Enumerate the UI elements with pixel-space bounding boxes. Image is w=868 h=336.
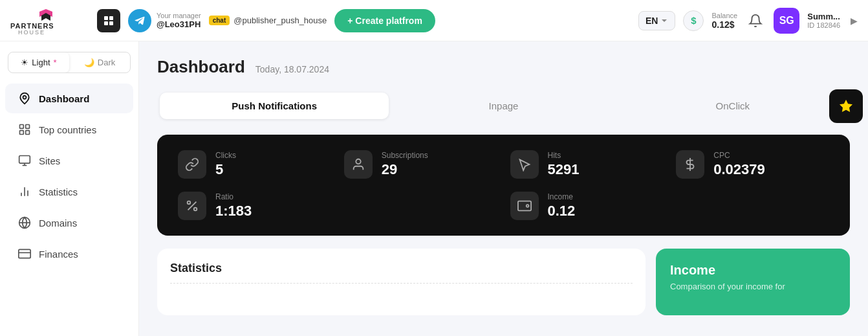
- dollar-icon: [676, 150, 704, 179]
- person-icon: [344, 150, 373, 179]
- moon-icon: 🌙: [84, 58, 94, 67]
- stat-clicks-value: 5: [215, 161, 236, 178]
- tab-inpage-label: Inpage: [489, 100, 519, 111]
- theme-toggle[interactable]: ☀ Light * 🌙 Dark: [8, 52, 131, 73]
- stat-subscriptions-value: 29: [382, 161, 428, 178]
- balance-block: Balance 0.12$: [711, 12, 737, 30]
- svg-rect-2: [104, 16, 108, 20]
- sidebar-item-finances[interactable]: Finances: [5, 239, 133, 269]
- logo: PARTNERS HOUSE: [10, 6, 81, 35]
- manager-name: @Leo31PH: [157, 19, 201, 29]
- card-icon: [18, 247, 31, 260]
- stat-clicks-text: Clicks 5: [215, 151, 236, 178]
- telegram-icon: [128, 9, 151, 32]
- sidebar-item-top-countries[interactable]: Top countries: [5, 115, 133, 144]
- svg-line-23: [188, 202, 197, 210]
- sidebar-item-dashboard-label: Dashboard: [39, 93, 89, 104]
- user-name: Summ...: [807, 12, 840, 21]
- balance-value: 0.12$: [711, 19, 737, 30]
- stat-ratio-value: 1:183: [215, 203, 252, 219]
- svg-text:HOUSE: HOUSE: [18, 29, 45, 35]
- stat-hits-label: Hits: [548, 151, 580, 160]
- sidebar-item-domains[interactable]: Domains: [5, 208, 133, 238]
- grid-icon-btn[interactable]: [97, 9, 120, 32]
- sidebar-item-sites[interactable]: Sites: [5, 146, 133, 175]
- svg-point-21: [356, 159, 360, 164]
- bar-chart-icon: [18, 185, 31, 198]
- stat-clicks-label: Clicks: [215, 151, 236, 160]
- sidebar-item-dashboard[interactable]: Dashboard: [5, 84, 133, 113]
- asterisk: *: [54, 58, 57, 67]
- theme-dark-label: Dark: [98, 58, 115, 67]
- stat-subscriptions-label: Subscriptions: [382, 151, 428, 160]
- manager-label: Your manager: [157, 12, 201, 19]
- stat-hits-text: Hits 5291: [548, 151, 580, 178]
- svg-rect-19: [19, 249, 30, 258]
- create-platform-button[interactable]: + Create platfrom: [334, 9, 435, 32]
- svg-point-25: [194, 208, 197, 211]
- star-button[interactable]: [829, 89, 863, 123]
- tab-bar: Push Notifications Inpage OnClick: [157, 90, 850, 122]
- grid-icon: [18, 123, 31, 136]
- svg-rect-9: [20, 131, 24, 135]
- sidebar-item-statistics[interactable]: Statistics: [5, 177, 133, 207]
- sun-icon: ☀: [21, 58, 28, 67]
- globe-icon: [18, 216, 31, 229]
- sidebar-item-finances-label: Finances: [39, 249, 78, 260]
- manager-block: Your manager @Leo31PH: [128, 9, 201, 32]
- stat-ratio-text: Ratio 1:183: [215, 192, 252, 219]
- balance-label: Balance: [711, 12, 737, 19]
- stat-hits-value: 5291: [548, 161, 580, 178]
- theme-light-label: Light: [32, 58, 50, 67]
- sidebar-item-sites-label: Sites: [39, 155, 60, 166]
- sidebar-item-top-countries-label: Top countries: [39, 124, 96, 135]
- svg-rect-5: [109, 21, 113, 25]
- chat-badge: chat: [209, 16, 230, 25]
- language-selector[interactable]: EN: [638, 11, 675, 30]
- page-date: Today, 18.07.2024: [255, 64, 329, 74]
- theme-light-btn[interactable]: ☀ Light *: [8, 52, 69, 73]
- stat-cpc-value: 0.02379: [713, 161, 765, 178]
- svg-point-27: [526, 205, 528, 207]
- tab-push-notifications[interactable]: Push Notifications: [160, 93, 389, 119]
- notification-bell-icon[interactable]: [745, 10, 766, 31]
- stat-subscriptions-text: Subscriptions 29: [382, 151, 428, 178]
- layout: ☀ Light * 🌙 Dark Dashboard Top countries: [0, 41, 868, 336]
- chart-area: [170, 283, 633, 302]
- svg-rect-7: [20, 125, 24, 129]
- sidebar-item-domains-label: Domains: [39, 218, 77, 229]
- link-icon: [178, 150, 206, 179]
- stat-ratio-label: Ratio: [215, 192, 252, 201]
- stat-income-label: Income: [548, 192, 576, 201]
- sidebar-item-statistics-label: Statistics: [39, 186, 78, 197]
- theme-dark-btn[interactable]: 🌙 Dark: [69, 52, 130, 73]
- svg-rect-10: [26, 131, 30, 135]
- svg-rect-4: [104, 21, 108, 25]
- main-content: Dashboard Today, 18.07.2024 Push Notific…: [139, 41, 868, 336]
- publisher-handle: @publisher_push_house: [233, 16, 327, 25]
- tab-push-notifications-label: Push Notifications: [232, 100, 317, 111]
- monitor-icon: [18, 154, 31, 167]
- tab-onclick[interactable]: OnClick: [618, 93, 847, 119]
- stat-hits: Hits 5291: [510, 150, 664, 179]
- user-id: ID 182846: [807, 21, 840, 29]
- bottom-section: Statistics Income Comparison of your inc…: [157, 249, 850, 315]
- location-icon: [18, 92, 31, 105]
- stat-cpc-text: CPC 0.02379: [713, 151, 765, 178]
- user-menu-arrow-icon[interactable]: ▶: [851, 16, 858, 26]
- currency-icon: $: [683, 10, 704, 31]
- stat-income-value: 0.12: [548, 203, 576, 219]
- page-title: Dashboard: [157, 57, 245, 77]
- stat-ratio: Ratio 1:183: [178, 192, 497, 220]
- percent-icon: [178, 192, 206, 220]
- chevron-down-icon: [660, 17, 668, 25]
- cursor-icon: [510, 150, 539, 179]
- svg-rect-3: [109, 16, 113, 20]
- sidebar: ☀ Light * 🌙 Dark Dashboard Top countries: [0, 41, 139, 336]
- tab-inpage[interactable]: Inpage: [389, 93, 618, 119]
- statistics-panel: Statistics: [157, 249, 646, 315]
- stat-cpc: CPC 0.02379: [676, 150, 829, 179]
- stats-card: Clicks 5 Subscriptions 29: [157, 135, 850, 236]
- user-info: Summ... ID 182846: [807, 12, 840, 29]
- page-header: Dashboard Today, 18.07.2024: [157, 57, 850, 77]
